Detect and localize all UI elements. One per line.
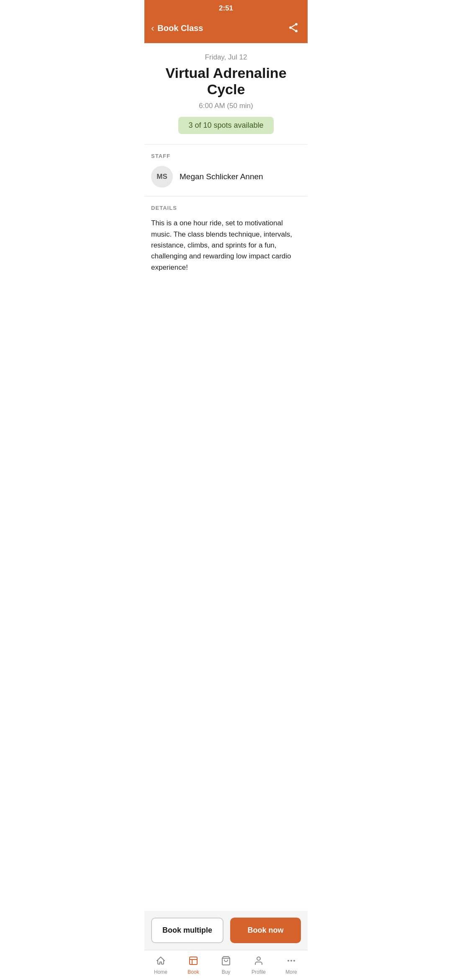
- share-button[interactable]: [286, 20, 301, 36]
- spots-badge: 3 of 10 spots available: [178, 117, 273, 134]
- class-time: 6:00 AM (50 min): [151, 102, 301, 110]
- back-arrow-icon: ‹: [151, 24, 154, 33]
- staff-item: MS Megan Schlicker Annen: [151, 166, 301, 188]
- svg-point-1: [289, 26, 292, 29]
- status-time: 2:51: [219, 4, 233, 12]
- instructor-name: Megan Schlicker Annen: [180, 172, 263, 181]
- back-button[interactable]: ‹ Book Class: [151, 23, 203, 33]
- status-bar: 2:51: [144, 0, 308, 15]
- instructor-avatar: MS: [151, 166, 173, 188]
- svg-line-3: [292, 25, 295, 27]
- class-date: Friday, Jul 12: [151, 53, 301, 62]
- header-title: Book Class: [157, 23, 203, 33]
- share-icon: [288, 22, 299, 34]
- staff-label: STAFF: [151, 153, 301, 159]
- staff-section: STAFF MS Megan Schlicker Annen: [144, 144, 308, 196]
- details-section: DETAILS This is a one hour ride, set to …: [144, 196, 308, 281]
- details-label: DETAILS: [151, 205, 301, 211]
- details-description: This is a one hour ride, set to motivati…: [151, 218, 301, 273]
- main-content: Friday, Jul 12 Virtual Adrenaline Cycle …: [144, 43, 308, 144]
- svg-point-2: [295, 30, 298, 32]
- svg-line-4: [292, 28, 295, 31]
- app-header: ‹ Book Class: [144, 15, 308, 43]
- class-name: Virtual Adrenaline Cycle: [151, 65, 301, 98]
- svg-point-0: [295, 23, 298, 26]
